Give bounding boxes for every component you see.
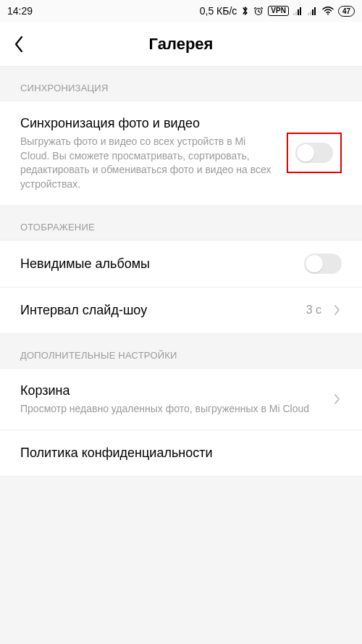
status-time: 14:29 bbox=[7, 5, 33, 17]
setting-title: Невидимые альбомы bbox=[20, 255, 294, 272]
setting-hidden-albums[interactable]: Невидимые альбомы bbox=[0, 241, 362, 287]
setting-privacy-policy[interactable]: Политика конфиденциальности bbox=[0, 430, 362, 476]
section-display: Невидимые альбомы Интервал слайд-шоу 3 с bbox=[0, 240, 362, 334]
setting-sync-photos[interactable]: Синхронизация фото и видео Выгружать фот… bbox=[0, 101, 362, 205]
svg-rect-6 bbox=[310, 12, 311, 15]
section-header-sync: СИНХРОНИЗАЦИЯ bbox=[0, 67, 362, 101]
svg-rect-8 bbox=[314, 7, 316, 15]
section-advanced: Корзина Просмотр недавно удаленных фото,… bbox=[0, 368, 362, 477]
hidden-albums-toggle[interactable] bbox=[304, 254, 342, 274]
section-header-display: ОТОБРАЖЕНИЕ bbox=[0, 206, 362, 240]
chevron-left-icon bbox=[13, 35, 25, 54]
chevron-right-icon bbox=[332, 393, 342, 405]
svg-rect-5 bbox=[308, 13, 309, 15]
signal-icon-2 bbox=[308, 7, 318, 15]
chevron-right-icon bbox=[332, 304, 342, 316]
section-header-advanced: ДОПОЛНИТЕЛЬНЫЕ НАСТРОЙКИ bbox=[0, 334, 362, 368]
page-title: Галерея bbox=[0, 35, 362, 54]
wifi-icon bbox=[322, 7, 334, 15]
setting-value: 3 с bbox=[306, 304, 321, 317]
status-bar: 14:29 0,5 КБ/с VPN 47 bbox=[0, 0, 362, 22]
svg-rect-1 bbox=[293, 13, 295, 15]
setting-trash[interactable]: Корзина Просмотр недавно удаленных фото,… bbox=[0, 369, 362, 430]
setting-description: Выгружать фото и видео со всех устройств… bbox=[20, 135, 277, 191]
svg-rect-4 bbox=[300, 7, 301, 15]
svg-point-9 bbox=[327, 14, 329, 15]
alarm-icon bbox=[253, 6, 264, 16]
setting-title: Политика конфиденциальности bbox=[20, 444, 342, 461]
setting-title: Корзина bbox=[20, 382, 321, 399]
setting-description: Просмотр недавно удаленных фото, выгруже… bbox=[20, 402, 321, 417]
battery-icon: 47 bbox=[338, 6, 355, 17]
svg-rect-2 bbox=[295, 12, 297, 15]
svg-rect-7 bbox=[312, 9, 313, 15]
section-sync: Синхронизация фото и видео Выгружать фот… bbox=[0, 101, 362, 206]
toggle-knob bbox=[297, 144, 314, 162]
bluetooth-icon bbox=[241, 6, 249, 16]
toggle-knob bbox=[306, 255, 323, 272]
back-button[interactable] bbox=[13, 33, 35, 55]
setting-title: Интервал слайд-шоу bbox=[20, 301, 296, 319]
setting-title: Синхронизация фото и видео bbox=[20, 114, 277, 132]
signal-icon-1 bbox=[293, 7, 303, 15]
app-header: Галерея bbox=[0, 22, 362, 67]
svg-rect-3 bbox=[298, 9, 299, 15]
setting-slideshow-interval[interactable]: Интервал слайд-шоу 3 с bbox=[0, 287, 362, 333]
sync-toggle[interactable] bbox=[295, 143, 333, 163]
status-data-rate: 0,5 КБ/с bbox=[200, 5, 237, 17]
vpn-icon: VPN bbox=[268, 6, 289, 16]
highlight-annotation bbox=[287, 133, 342, 173]
